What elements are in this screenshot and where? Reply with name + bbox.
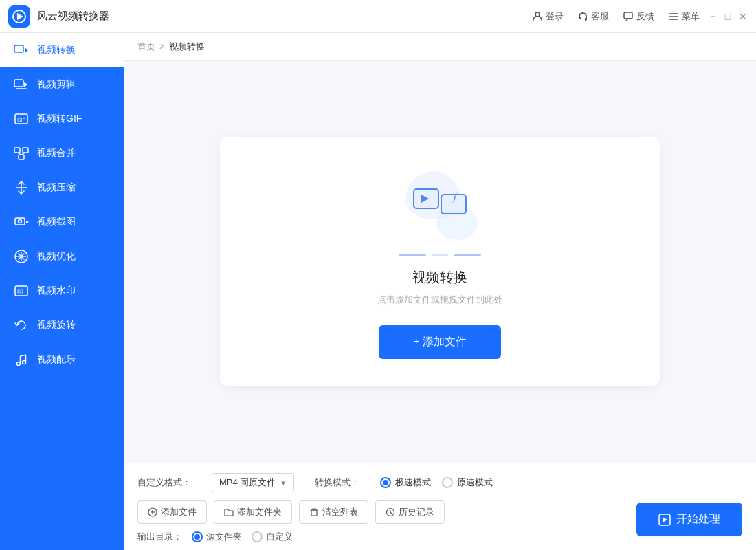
dot1 — [399, 254, 426, 256]
svg-marker-9 — [25, 47, 28, 53]
video-convert-icon — [14, 43, 29, 58]
chevron-down-icon: ▼ — [280, 479, 287, 487]
start-icon — [658, 514, 671, 526]
mode-label: 转换模式： — [315, 476, 359, 489]
breadcrumb-separator: > — [159, 41, 165, 52]
add-folder-button[interactable]: 添加文件夹 — [214, 500, 292, 524]
svg-rect-16 — [23, 148, 28, 153]
plus-circle-icon — [148, 507, 157, 517]
sidebar-item-video-music[interactable]: 视频配乐 — [0, 342, 124, 377]
breadcrumb: 首页 > 视频转换 — [124, 33, 756, 60]
menu-button[interactable]: 菜单 — [668, 10, 700, 23]
mode-options: 极速模式 原速模式 — [380, 476, 493, 489]
service-button[interactable]: 客服 — [577, 10, 609, 23]
breadcrumb-home[interactable]: 首页 — [137, 41, 155, 53]
svg-point-24 — [19, 220, 22, 223]
video-rotate-icon — [14, 318, 29, 333]
content-area: 首页 > 视频转换 — [124, 33, 756, 550]
video-watermark-icon: 印 — [14, 283, 29, 298]
sidebar-item-video-optimize[interactable]: 视频优化 — [0, 239, 124, 274]
title-bar: 风云视频转换器 登录 客服 反馈 菜单 － □ ✕ — [0, 0, 756, 33]
sidebar-item-video-screenshot[interactable]: 视频截图 — [0, 205, 124, 239]
svg-rect-39 — [441, 195, 466, 214]
sidebar: 视频转换 视频剪辑 GIF 视频转GIF 视频合并 — [0, 33, 124, 550]
drop-title: 视频转换 — [412, 268, 467, 287]
drop-subtitle: 点击添加文件或拖拽文件到此处 — [377, 294, 502, 306]
sidebar-item-video-rotate[interactable]: 视频旋转 — [0, 308, 124, 342]
svg-line-36 — [21, 355, 26, 356]
output-custom-option[interactable]: 自定义 — [252, 531, 293, 543]
format-label: 自定义格式： — [137, 476, 191, 489]
start-process-button[interactable]: 开始处理 — [636, 503, 742, 536]
video-compress-icon — [14, 180, 29, 195]
convert-icon — [412, 181, 467, 230]
sidebar-item-video-convert[interactable]: 视频转换 — [0, 33, 124, 67]
mode-normal-option[interactable]: 原速模式 — [442, 476, 493, 489]
titlebar-actions: 登录 客服 反馈 菜单 — [532, 10, 700, 23]
history-button[interactable]: 历史记录 — [375, 500, 445, 524]
close-button[interactable]: ✕ — [738, 12, 748, 21]
drop-icon-wrapper — [399, 171, 481, 240]
bottom-section: 自定义格式： MP4 同原文件 ▼ 转换模式： 极速模式 — [124, 463, 756, 550]
video-edit-icon — [14, 77, 29, 92]
svg-rect-10 — [14, 80, 23, 87]
window-controls: － □ ✕ — [708, 12, 748, 21]
format-select[interactable]: MP4 同原文件 ▼ — [212, 473, 294, 492]
svg-rect-44 — [311, 510, 317, 516]
person-icon — [532, 11, 543, 22]
video-screenshot-icon — [14, 214, 29, 230]
svg-rect-4 — [624, 12, 632, 19]
mode-fast-option[interactable]: 极速模式 — [380, 476, 431, 489]
svg-point-3 — [535, 12, 540, 16]
maximize-button[interactable]: □ — [723, 12, 733, 21]
trash-icon — [309, 507, 319, 517]
svg-marker-11 — [24, 82, 27, 87]
minimize-button[interactable]: － — [708, 12, 718, 21]
bottom-buttons: 添加文件 添加文件夹 清空列表 — [137, 500, 445, 524]
mode-normal-radio — [442, 477, 453, 488]
svg-rect-15 — [14, 148, 20, 153]
bottom-row1: 自定义格式： MP4 同原文件 ▼ 转换模式： 极速模式 — [137, 473, 742, 492]
breadcrumb-current: 视频转换 — [169, 41, 205, 53]
feedback-button[interactable]: 反馈 — [623, 10, 654, 23]
radio-inner2 — [194, 534, 200, 540]
bottom-bar: 自定义格式： MP4 同原文件 ▼ 转换模式： 极速模式 — [124, 463, 756, 550]
add-file-bottom-button[interactable]: 添加文件 — [137, 500, 207, 524]
sidebar-item-video-gif[interactable]: GIF 视频转GIF — [0, 102, 124, 136]
drop-zone-container: 视频转换 点击添加文件或拖拽文件到此处 + 添加文件 — [124, 60, 756, 463]
mode-fast-radio — [380, 477, 391, 488]
output-dir: 输出目录： 源文件夹 自定义 — [137, 531, 445, 543]
video-optimize-icon — [14, 249, 29, 264]
login-button[interactable]: 登录 — [532, 10, 564, 23]
radio-inner — [383, 480, 388, 485]
sidebar-item-video-watermark[interactable]: 印 视频水印 — [0, 274, 124, 308]
add-file-button[interactable]: + 添加文件 — [379, 325, 501, 359]
menu-icon — [668, 11, 679, 22]
headphone-icon — [577, 11, 588, 22]
dot3 — [454, 254, 481, 256]
main-layout: 视频转换 视频剪辑 GIF 视频转GIF 视频合并 — [0, 33, 756, 550]
sidebar-item-video-merge[interactable]: 视频合并 — [0, 136, 124, 170]
app-logo — [8, 6, 30, 28]
sidebar-item-video-compress[interactable]: 视频压缩 — [0, 170, 124, 205]
clear-list-button[interactable]: 清空列表 — [299, 500, 368, 524]
bottom-row2: 添加文件 添加文件夹 清空列表 — [137, 500, 742, 543]
svg-marker-23 — [26, 221, 29, 223]
svg-rect-22 — [15, 218, 25, 225]
output-source-option[interactable]: 源文件夹 — [192, 531, 242, 543]
bottom-left: 添加文件 添加文件夹 清空列表 — [137, 500, 445, 543]
history-icon — [386, 507, 395, 517]
svg-rect-8 — [14, 45, 23, 52]
app-title: 风云视频转换器 — [37, 10, 532, 23]
sidebar-item-video-edit[interactable]: 视频剪辑 — [0, 67, 124, 102]
svg-text:印: 印 — [17, 288, 23, 295]
svg-rect-17 — [19, 155, 24, 160]
feedback-icon — [623, 11, 634, 22]
output-source-radio — [192, 531, 203, 542]
video-gif-icon: GIF — [14, 111, 29, 126]
video-merge-icon — [14, 146, 29, 161]
folder-icon — [224, 507, 234, 517]
drop-zone[interactable]: 视频转换 点击添加文件或拖拽文件到此处 + 添加文件 — [220, 137, 660, 386]
output-custom-radio — [252, 531, 263, 542]
video-music-icon — [14, 352, 29, 367]
